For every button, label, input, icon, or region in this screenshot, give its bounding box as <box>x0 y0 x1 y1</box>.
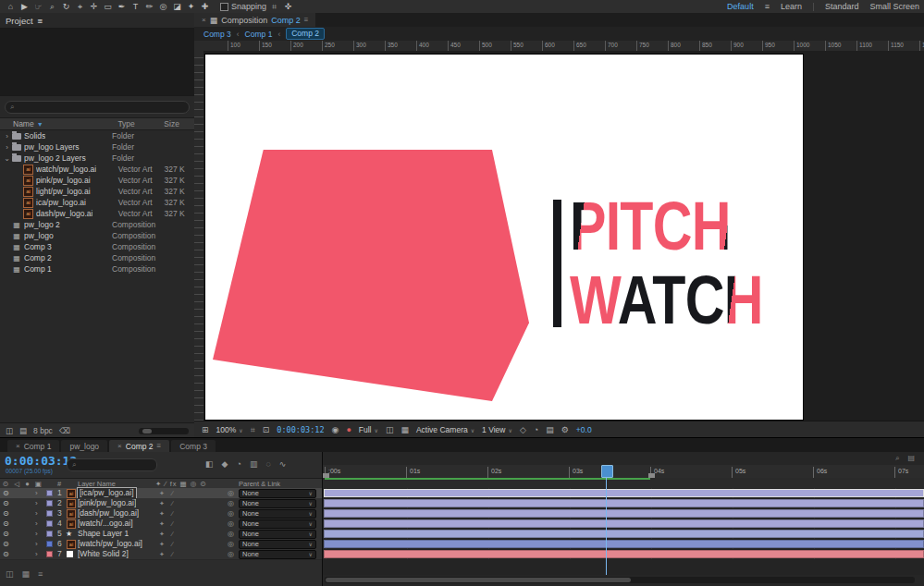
project-item[interactable]: aiica/pw_logo.aiVector Art327 K <box>0 197 194 208</box>
layer-duration-bar[interactable] <box>324 530 924 538</box>
layer-switches[interactable]: ✦ ∕ <box>159 498 176 508</box>
exposure-gear-icon[interactable]: ⚙ <box>561 425 569 434</box>
tree-caret-icon[interactable]: › <box>3 143 11 152</box>
layer-duration-bar[interactable] <box>324 550 924 558</box>
layer-row[interactable]: ⊙›7[White Solid 2]✦ ∕◎None∨ <box>0 549 322 560</box>
layer-visibility-icon[interactable]: ⊙ <box>3 519 9 529</box>
column-layer-name[interactable]: Layer Name <box>78 480 116 488</box>
timeline-options-icon[interactable]: ▤ <box>907 454 915 463</box>
project-search-input[interactable]: ⌕ <box>5 101 190 114</box>
composition-mini-flowchart-icon[interactable]: ◧ <box>205 459 214 469</box>
parent-pickwhip-icon[interactable]: ◎ <box>228 519 234 529</box>
project-item[interactable]: ▦pw_logo 2Composition <box>0 219 194 230</box>
project-footer-slider[interactable] <box>139 428 189 434</box>
layer-color-chip[interactable] <box>46 541 53 547</box>
panel-menu-icon[interactable]: ≡ <box>304 16 309 24</box>
breadcrumb-comp-3[interactable]: Comp 3 <box>203 30 231 39</box>
layer-visibility-icon[interactable]: ⊙ <box>3 539 9 549</box>
column-parent-link[interactable]: Parent & Link <box>239 480 280 488</box>
layer-visibility-icon[interactable]: ⊙ <box>3 529 9 539</box>
workspace-menu-icon[interactable]: ≡ <box>765 2 770 11</box>
breadcrumb-comp-1[interactable]: Comp 1 <box>245 30 273 39</box>
parent-pickwhip-icon[interactable]: ◎ <box>228 488 234 498</box>
mask-toggle-icon[interactable]: ⊡ <box>263 425 270 434</box>
playhead-handle[interactable] <box>601 465 613 478</box>
composition-canvas[interactable]: PITCH WATCH <box>205 55 803 420</box>
parent-link-select[interactable]: None∨ <box>239 489 316 498</box>
camera-tool-icon[interactable]: ⌖ <box>74 1 86 13</box>
timeline-h-scrollbar[interactable] <box>325 577 915 583</box>
pen-tool-icon[interactable]: ✒ <box>116 1 128 13</box>
eraser-tool-icon[interactable]: ◪ <box>171 1 183 13</box>
workspace-learn-button[interactable]: Learn <box>781 2 802 11</box>
roto-brush-tool-icon[interactable]: ✦ <box>185 1 197 13</box>
layer-caret-icon[interactable]: › <box>35 498 38 508</box>
parent-link-select[interactable]: None∨ <box>239 550 316 559</box>
create-folder-icon[interactable]: ▤ <box>19 426 27 435</box>
timeline-tab-comp-2[interactable]: ×Comp 2≡ <box>109 440 169 452</box>
column-header-size[interactable]: Size <box>164 119 194 128</box>
selection-tool-icon[interactable]: ▶ <box>18 1 31 13</box>
layer-caret-icon[interactable]: › <box>35 529 38 539</box>
layer-duration-bar[interactable] <box>324 519 924 528</box>
hide-shy-layers-icon[interactable]: ◔ <box>236 459 240 469</box>
brush-tool-icon[interactable]: ✏ <box>143 1 155 13</box>
zoom-select[interactable]: 100%∨ <box>216 425 243 434</box>
project-item[interactable]: ailight/pw_logo.aiVector Art327 K <box>0 186 194 197</box>
panel-menu-icon[interactable]: ≡ <box>157 442 162 450</box>
layer-duration-bar[interactable] <box>324 499 924 507</box>
grid-guides-icon[interactable]: ⌗ <box>251 425 255 435</box>
timeline-track-area[interactable]: ⌕▤ :00s01s02s03s04s05s06s07s <box>322 452 924 586</box>
column-header-type[interactable]: Type <box>117 119 164 128</box>
current-time-display[interactable]: 0:00:03:12 <box>277 425 324 434</box>
snapping-toggle[interactable]: Snapping <box>220 2 266 11</box>
motion-blur-icon[interactable]: ◌ <box>265 459 270 469</box>
timeline-button-icon[interactable]: ▤ <box>546 425 554 434</box>
project-bit-depth[interactable]: 8 bpc <box>33 426 53 435</box>
frame-blending-icon[interactable]: ▥ <box>250 459 258 469</box>
layer-duration-bar[interactable] <box>324 509 924 518</box>
column-header-name[interactable]: Name ▼ <box>0 119 117 128</box>
layer-visibility-icon[interactable]: ⊙ <box>3 549 9 559</box>
layer-visibility-icon[interactable]: ⊙ <box>3 508 9 519</box>
project-item[interactable]: aipink/pw_logo.aiVector Art327 K <box>0 175 194 186</box>
panel-menu-icon[interactable]: ≡ <box>38 16 43 26</box>
fast-previews-icon[interactable]: ◔ <box>534 425 538 434</box>
parent-link-select[interactable]: None∨ <box>239 509 316 519</box>
parent-pickwhip-icon[interactable]: ◎ <box>228 539 234 549</box>
close-icon[interactable]: × <box>202 16 206 24</box>
layer-color-chip[interactable] <box>46 490 53 496</box>
expand-layer-switches-icon[interactable]: ◫ <box>6 569 14 579</box>
layer-visibility-icon[interactable]: ⊙ <box>3 498 9 508</box>
layer-color-chip[interactable] <box>46 551 53 557</box>
layer-color-chip[interactable] <box>46 500 53 507</box>
expand-transfer-controls-icon[interactable]: ▦ <box>22 569 31 579</box>
composition-viewport[interactable]: PITCH WATCH <box>203 51 924 421</box>
layer-caret-icon[interactable]: › <box>35 508 38 519</box>
layer-caret-icon[interactable]: › <box>35 519 38 529</box>
clone-stamp-tool-icon[interactable]: ◎ <box>157 1 169 13</box>
snap-grid-icon[interactable]: ✜ <box>282 1 294 13</box>
graph-editor-icon[interactable]: ∿ <box>279 459 287 469</box>
parent-pickwhip-icon[interactable]: ◎ <box>228 529 234 539</box>
project-item[interactable]: ▦pw_logoComposition <box>0 230 194 241</box>
pan-behind-tool-icon[interactable]: ✛ <box>88 1 100 13</box>
type-tool-icon[interactable]: T <box>129 1 142 13</box>
parent-link-select[interactable]: None∨ <box>239 519 316 529</box>
layer-duration-bar[interactable] <box>324 540 924 548</box>
layer-switches[interactable]: ✦ ∕ <box>159 519 176 529</box>
hand-tool-icon[interactable]: ☞ <box>32 1 44 13</box>
snapshot-icon[interactable]: ◉ <box>332 425 339 434</box>
layer-duration-bar[interactable] <box>324 489 924 497</box>
timeline-tab-comp-3[interactable]: Comp 3 <box>171 440 216 452</box>
channel-icon[interactable]: ● <box>346 425 351 434</box>
parent-pickwhip-icon[interactable]: ◎ <box>228 508 234 519</box>
transparency-grid-icon[interactable]: ▦ <box>400 425 409 434</box>
resolution-select[interactable]: Full∨ <box>359 425 378 434</box>
trash-icon[interactable]: ⌫ <box>59 426 70 435</box>
parent-link-select[interactable]: None∨ <box>239 540 316 549</box>
close-icon[interactable]: × <box>16 442 20 450</box>
parent-link-select[interactable]: None∨ <box>239 530 316 539</box>
project-item[interactable]: ›SolidsFolder <box>0 130 194 141</box>
puppet-tool-icon[interactable]: ✚ <box>199 1 211 13</box>
